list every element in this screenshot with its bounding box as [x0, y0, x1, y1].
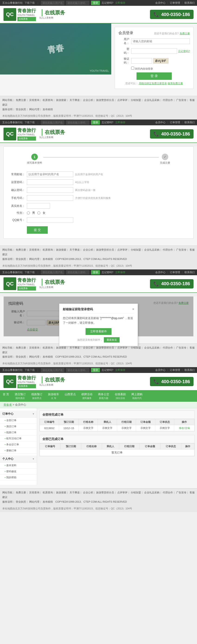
- top-login-button-4[interactable]: 登录: [91, 368, 100, 372]
- sidebar-link-profile[interactable]: 基本资料: [0, 462, 37, 468]
- footer3-link3[interactable]: 宾馆查询: [29, 346, 39, 349]
- edit-order-link[interactable]: 修改/连编: [179, 426, 190, 429]
- captcha-image[interactable]: B#j9F: [153, 58, 169, 64]
- contact-link-2[interactable]: 联系我们: [185, 121, 195, 124]
- top-password-input-3[interactable]: [66, 270, 89, 274]
- nav-hotel[interactable]: 酒店预订国内酒店: [12, 390, 28, 402]
- footer3-link2[interactable]: 免费注册: [16, 346, 26, 349]
- footer2-link10[interactable]: 分销加盟: [131, 248, 141, 251]
- wechat-login-link[interactable]: 用微信绑定免费注册登录: [139, 82, 167, 85]
- top-login-button-3[interactable]: 登录: [91, 270, 100, 274]
- forgot-password-link[interactable]: 忘记密码?: [178, 50, 190, 53]
- contact-link[interactable]: 联系我们: [185, 1, 195, 5]
- footer-link-reward[interactable]: 旅游赞赏积分员: [96, 99, 114, 102]
- order-manage-link-3[interactable]: 订单管理: [170, 270, 180, 274]
- order-manage-link[interactable]: 订单管理: [170, 1, 180, 5]
- gender-male-radio[interactable]: [27, 212, 30, 214]
- footer2-license[interactable]: 营业执照: [16, 258, 26, 260]
- footer4-link7[interactable]: 企业公积: [83, 491, 93, 494]
- footer2-link9[interactable]: 点评审评: [117, 248, 128, 251]
- sidebar-link-shopping[interactable]: 赛购订单: [0, 448, 37, 454]
- login-button[interactable]: 登 录: [137, 72, 172, 80]
- top-remember-link-4[interactable]: 忘记密码?: [102, 368, 113, 372]
- footer2-link13[interactable]: 广告宣传: [176, 248, 186, 251]
- realname-input[interactable]: [27, 203, 50, 209]
- footer3-press[interactable]: 发布稿情: [43, 355, 53, 358]
- footer2-link8[interactable]: 旅游赞赏积分员: [96, 248, 114, 251]
- top-username-input-4[interactable]: [41, 368, 64, 372]
- footer3-link6[interactable]: 关于腾道: [69, 346, 80, 349]
- footer4-link4[interactable]: 机票查询: [43, 491, 53, 494]
- top-save-link-3[interactable]: 立即保存: [115, 270, 125, 274]
- footer-link-ad[interactable]: 广告宣传: [176, 99, 186, 102]
- top-remember-link[interactable]: 忘记密码?: [102, 1, 113, 5]
- footer4-link3[interactable]: 宾馆查询: [29, 491, 39, 494]
- password-input[interactable]: [131, 48, 177, 54]
- footer2-link3[interactable]: 宾馆查询: [29, 248, 39, 251]
- sidebar-link-routes[interactable]: 线路订单: [0, 430, 37, 436]
- resend-button[interactable]: 重新发送: [104, 337, 120, 342]
- sidebar-link-change-pwd[interactable]: 密码修改: [0, 468, 37, 474]
- modal-close-icon[interactable]: ×: [132, 307, 134, 312]
- member-center-link-4[interactable]: 会员中心: [155, 368, 166, 372]
- nav-shanxi[interactable]: 山西景点: [62, 390, 79, 402]
- download-label-4[interactable]: 下载下载: [24, 368, 35, 372]
- footer3-service[interactable]: 服务说明: [2, 355, 12, 358]
- top-login-button-2[interactable]: 登录: [91, 120, 100, 124]
- footer3-link9[interactable]: 点评审评: [117, 346, 128, 349]
- footer3-license[interactable]: 营业执照: [16, 355, 26, 358]
- nav-activities[interactable]: 棋牌活动便民服务: [79, 390, 95, 402]
- sidebar-link-car[interactable]: 租车活动订单: [0, 436, 37, 442]
- username-input[interactable]: [131, 38, 190, 44]
- footer3-link8[interactable]: 旅游赞赏积分员: [96, 346, 114, 349]
- footer-link-distrib[interactable]: 分销加盟: [131, 99, 141, 102]
- footer2-link1[interactable]: 网站导航: [2, 248, 12, 251]
- nav-group[interactable]: 网上团购线路代代: [129, 390, 145, 402]
- footer2-service[interactable]: 服务说明: [2, 258, 12, 260]
- footer3-link7[interactable]: 企业公积: [83, 346, 93, 349]
- top-save-link-2[interactable]: 立即保存: [115, 121, 125, 124]
- register-link[interactable]: 免费注册: [180, 32, 190, 35]
- footer2-link5[interactable]: 旅游搜索: [56, 248, 66, 251]
- footer2-agent[interactable]: 网站代理: [29, 258, 39, 260]
- footer4-link12[interactable]: 代理合作: [163, 491, 173, 494]
- register-submit-button[interactable]: 提 交: [27, 226, 48, 234]
- footer-license[interactable]: 营业执照: [16, 108, 26, 111]
- footer4-link13[interactable]: 广告宣传: [176, 491, 186, 494]
- footer3-link10[interactable]: 分销加盟: [131, 346, 141, 349]
- top-password-input-2[interactable]: [66, 120, 89, 124]
- login-pwd-input[interactable]: [27, 180, 73, 185]
- sidebar-link-hotel[interactable]: 酒店订单: [0, 424, 37, 430]
- top-remember-link-3[interactable]: 忘记密码?: [102, 270, 113, 274]
- footer2-link11[interactable]: 企业礼品采购: [144, 248, 160, 251]
- nav-routes[interactable]: 线路预订旅游景点: [28, 390, 45, 402]
- footer2-link4[interactable]: 机票查询: [43, 248, 53, 251]
- member-center-link[interactable]: 会员中心: [155, 1, 166, 5]
- footer3-agent[interactable]: 网站代理: [29, 355, 39, 358]
- footer-link-tour[interactable]: 旅游搜索: [56, 99, 66, 102]
- footer4-link9[interactable]: 点评审评: [117, 491, 128, 494]
- footer3-link4[interactable]: 机票查询: [43, 346, 53, 349]
- top-username-input-2[interactable]: [41, 120, 64, 124]
- footer4-link8[interactable]: 旅游赞赏积分员: [96, 491, 114, 494]
- footer2-press[interactable]: 发布稿情: [43, 258, 53, 260]
- footer-link-gift[interactable]: 企业礼品采购: [144, 99, 160, 102]
- footer-link-ticket[interactable]: 机票查询: [43, 99, 53, 102]
- footer-link-corp[interactable]: 企业公积: [83, 99, 93, 102]
- sidebar-link-meeting[interactable]: 务会议订单: [0, 442, 37, 448]
- sidebar-link-all-orders[interactable]: 全部订单: [0, 418, 37, 424]
- footer3-link11[interactable]: 企业礼品采购: [144, 346, 160, 349]
- qq-input[interactable]: [27, 217, 73, 223]
- member-center-link-3[interactable]: 会员中心: [155, 270, 166, 274]
- nav-business[interactable]: 商务公交新视力园: [95, 390, 112, 402]
- footer2-link6[interactable]: 关于腾道: [69, 248, 80, 251]
- top-login-button[interactable]: 登录: [91, 1, 100, 5]
- footer4-service[interactable]: 服务说明: [2, 500, 12, 503]
- breadcrumb-home[interactable]: 青春者: [3, 403, 12, 406]
- footer2-link2[interactable]: 免费注册: [16, 248, 26, 251]
- footer4-link5[interactable]: 旅游搜索: [56, 491, 66, 494]
- gender-female-radio[interactable]: [37, 212, 40, 214]
- footer3-link12[interactable]: 代理合作: [163, 346, 173, 349]
- top-remember-link-2[interactable]: 忘记密码?: [102, 121, 113, 124]
- footer4-link11[interactable]: 企业礼品采购: [144, 491, 160, 494]
